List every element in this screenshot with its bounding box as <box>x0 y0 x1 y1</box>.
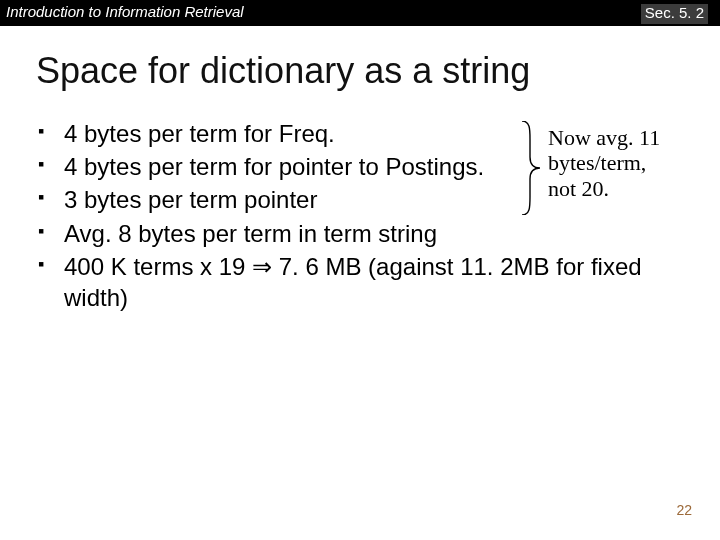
slide: Introduction to Information Retrieval Se… <box>0 0 720 540</box>
annotation-line: Now avg. 11 <box>548 125 660 150</box>
annotation-line: not 20. <box>548 176 660 201</box>
header-bar: Introduction to Information Retrieval Se… <box>0 0 720 26</box>
slide-title: Space for dictionary as a string <box>36 50 530 92</box>
page-number: 22 <box>676 502 692 518</box>
curly-brace-icon <box>520 121 542 215</box>
bullet-item: 400 K terms x 19 ⇒ 7. 6 MB (against 11. … <box>38 251 682 313</box>
header-section-label: Sec. 5. 2 <box>641 4 708 24</box>
annotation-text: Now avg. 11 bytes/term, not 20. <box>548 125 660 201</box>
bullet-item: Avg. 8 bytes per term in term string <box>38 218 682 249</box>
header-course-title: Introduction to Information Retrieval <box>6 3 244 20</box>
annotation-line: bytes/term, <box>548 150 660 175</box>
